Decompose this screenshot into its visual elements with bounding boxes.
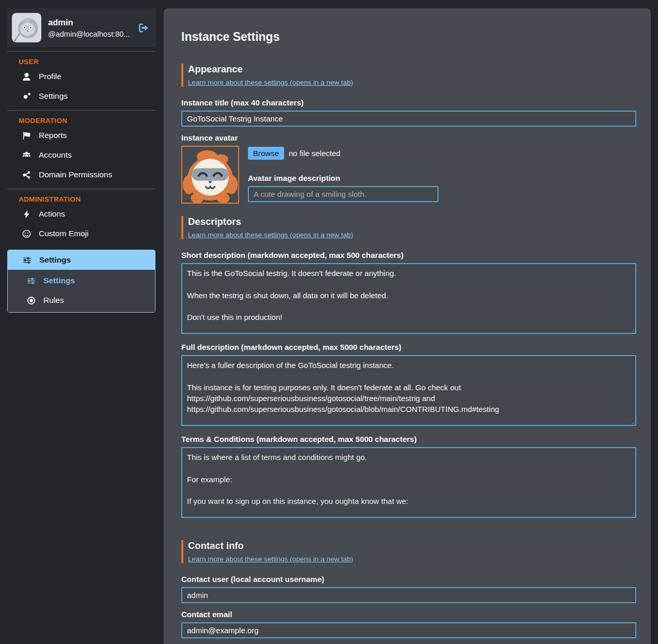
smile-icon — [21, 229, 32, 238]
page: admin @admin@localhost:80... USER Profil… — [0, 0, 658, 644]
terms-textarea[interactable]: This is where a list of terms and condit… — [181, 447, 636, 518]
contact-email-input[interactable] — [181, 622, 636, 638]
user-name: admin — [48, 18, 130, 27]
section-title: Descriptors — [188, 216, 636, 227]
field-label: Instance title (max 40 characters) — [181, 98, 636, 107]
settings-nav-group: Settings Settings — [7, 250, 155, 313]
page-title: Instance Settings — [181, 30, 636, 44]
contact-section-header: Contact info Learn more about these sett… — [181, 540, 636, 563]
user-info: admin @admin@localhost:80... — [48, 18, 130, 38]
descriptors-section-header: Descriptors Learn more about these setti… — [181, 216, 636, 239]
sidebar-item-user-settings[interactable]: Settings — [7, 86, 155, 106]
sign-out-icon[interactable] — [138, 22, 149, 34]
full-description-field: Full description (markdown accepted, max… — [181, 343, 636, 428]
sidebar-item-custom-emoji[interactable]: Custom Emoji — [7, 224, 155, 243]
sidebar-item-label: Settings — [43, 276, 75, 285]
sidebar-item-label: Reports — [39, 131, 67, 140]
users-icon — [21, 151, 32, 160]
sidebar-item-label: Actions — [39, 209, 65, 219]
sidebar-subitem-settings[interactable]: Settings — [8, 271, 155, 290]
full-description-textarea[interactable]: Here's a fuller description of the GoToS… — [181, 355, 636, 426]
instance-avatar-preview — [181, 146, 239, 204]
user-icon — [21, 72, 32, 81]
browse-button[interactable]: Browse — [248, 147, 284, 160]
contact-email-field: Contact email — [181, 610, 636, 638]
field-label: Avatar image description — [248, 174, 438, 182]
divider — [7, 110, 155, 111]
field-label: Short description (markdown accepted, ma… — [181, 251, 636, 259]
user-card[interactable]: admin @admin@localhost:80... — [7, 8, 155, 47]
nav-section-label-administration: ADMINISTRATION — [19, 195, 155, 203]
contact-user-input[interactable] — [181, 587, 636, 603]
sidebar-item-label: Domain Permissions — [39, 170, 112, 179]
nav-section-label-user: USER — [19, 58, 155, 66]
instance-title-field: Instance title (max 40 characters) — [181, 98, 636, 127]
sidebar-item-reports[interactable]: Reports — [7, 126, 155, 145]
user-handle: @admin@localhost:80... — [48, 30, 130, 38]
instance-avatar-field: Instance avatar — [181, 133, 636, 204]
sidebar-subitem-rules[interactable]: Rules — [8, 290, 155, 310]
smiling-sloth-avatar-image — [182, 147, 238, 203]
sidebar: admin @admin@localhost:80... USER Profil… — [7, 8, 155, 644]
section-title: Appearance — [188, 64, 636, 75]
sidebar-item-label: Accounts — [39, 150, 72, 160]
divider — [7, 189, 155, 189]
instance-settings-panel: Instance Settings Appearance Learn more … — [164, 8, 651, 644]
section-title: Contact info — [188, 540, 636, 551]
flag-icon — [21, 131, 32, 140]
sidebar-item-profile[interactable]: Profile — [7, 67, 155, 86]
field-label: Contact email — [181, 610, 636, 619]
default-sloth-avatar-image — [12, 13, 41, 42]
learn-more-link[interactable]: Learn more about these settings (opens i… — [188, 79, 353, 86]
bolt-icon — [21, 210, 32, 219]
instance-title-input[interactable] — [181, 111, 636, 127]
sliders-icon — [26, 277, 36, 285]
sidebar-item-label: Profile — [39, 72, 61, 81]
field-label: Terms & Conditions (markdown accepted, m… — [181, 435, 636, 443]
sidebar-item-label: Custom Emoji — [39, 229, 88, 238]
sliders-icon — [22, 256, 32, 265]
divider — [7, 51, 155, 52]
short-description-field: Short description (markdown accepted, ma… — [181, 251, 636, 336]
circle-dot-icon — [26, 296, 36, 305]
gears-icon — [21, 92, 32, 101]
user-avatar — [12, 13, 41, 42]
short-description-textarea[interactable]: This is the GoToSocial testrig. It doesn… — [181, 263, 636, 334]
sidebar-item-actions[interactable]: Actions — [7, 204, 155, 224]
sidebar-item-accounts[interactable]: Accounts — [7, 145, 155, 165]
learn-more-link[interactable]: Learn more about these settings (opens i… — [188, 555, 353, 563]
field-label: Instance avatar — [181, 133, 636, 142]
terms-field: Terms & Conditions (markdown accepted, m… — [181, 435, 636, 520]
field-label: Contact user (local account username) — [181, 575, 636, 584]
share-nodes-icon — [21, 171, 32, 179]
sidebar-item-label: Settings — [39, 255, 71, 265]
avatar-description-input[interactable] — [248, 186, 438, 202]
learn-more-link[interactable]: Learn more about these settings (opens i… — [188, 231, 353, 239]
field-label: Full description (markdown accepted, max… — [181, 343, 636, 351]
sidebar-item-label: Settings — [39, 91, 68, 101]
appearance-section-header: Appearance Learn more about these settin… — [181, 64, 636, 87]
sidebar-item-label: Rules — [43, 296, 64, 305]
contact-user-field: Contact user (local account username) — [181, 575, 636, 603]
settings-submenu: Settings Rules — [8, 270, 155, 312]
sidebar-item-admin-settings[interactable]: Settings — [8, 250, 155, 270]
file-status-text: no file selected — [289, 149, 340, 158]
sidebar-item-domain-permissions[interactable]: Domain Permissions — [7, 165, 155, 185]
nav-section-label-moderation: MODERATION — [19, 117, 155, 125]
